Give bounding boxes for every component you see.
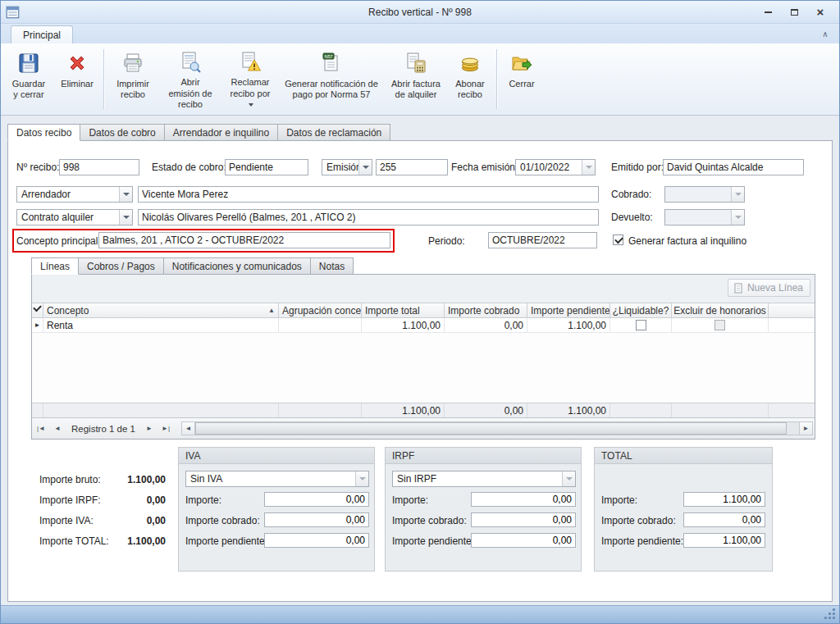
arrendador-selector[interactable]: Arrendador: [16, 186, 133, 203]
close-button[interactable]: ×: [810, 5, 831, 19]
tab-notas[interactable]: Notas: [311, 257, 354, 275]
total-importe-pendiente-input[interactable]: [683, 533, 765, 548]
resize-grip[interactable]: [833, 617, 835, 619]
print-receipt-button[interactable]: Imprimir recibo: [108, 46, 158, 112]
dropdown-arrow-icon: [562, 471, 575, 486]
delete-button[interactable]: Eliminar: [55, 46, 99, 112]
generar-factura-checkbox[interactable]: [613, 235, 623, 245]
claim-receipt-button[interactable]: Reclamar recibo por: [223, 46, 277, 112]
form-body: Datos recibo Datos de cobro Arrendador e…: [1, 116, 839, 605]
nav-first-button[interactable]: |◄: [34, 421, 48, 436]
emision-selector[interactable]: Emisión: [322, 159, 372, 175]
cell-filler: [769, 318, 815, 333]
irpf-importe-pendiente-input[interactable]: [471, 533, 576, 548]
ribbon-tab-principal[interactable]: Principal: [11, 25, 73, 43]
grid-row-renta[interactable]: ► Renta 1.100,00 0,00 1.100,00: [32, 318, 815, 333]
iva-selector[interactable]: Sin IVA: [185, 471, 369, 487]
grid-header-liquidable[interactable]: ¿Liquidable?: [610, 303, 672, 318]
dropdown-arrow-icon[interactable]: [358, 160, 372, 175]
exit-folder-icon: [510, 50, 533, 76]
record-count-text: Registro 1 de 1: [66, 424, 140, 434]
periodo-input[interactable]: [488, 232, 597, 248]
grid-header-importe-total[interactable]: Importe total: [362, 303, 445, 318]
iva-groupbox: IVA Sin IVA Importe: Importe cobrado: Im…: [178, 447, 375, 572]
irpf-importe-cobrado-input[interactable]: [471, 512, 576, 527]
credit-receipt-button[interactable]: Abonar recibo: [448, 46, 492, 112]
iva-importe-cobrado-input[interactable]: [264, 512, 369, 527]
footer-importe-cobrado: 0,00: [445, 403, 527, 417]
irpf-importe-label: Importe:: [392, 493, 428, 508]
open-rental-invoice-button[interactable]: Abrir factura de alquiler: [386, 46, 446, 112]
contrato-alquiler-selector[interactable]: Contrato alquiler: [16, 209, 133, 225]
scroll-right-icon[interactable]: ►: [799, 421, 813, 435]
liquidable-checkbox[interactable]: [636, 320, 646, 330]
sort-asc-icon: ▲: [268, 307, 275, 314]
iva-importe-pendiente-input[interactable]: [264, 533, 369, 548]
importe-iva-value: 0,00: [90, 513, 166, 528]
restore-button[interactable]: [783, 5, 805, 19]
grid-header-agrupacion[interactable]: Agrupación concepto: [279, 303, 362, 318]
emision-numero-input[interactable]: [376, 159, 448, 175]
claim-warning-icon: [239, 50, 262, 75]
arrendador-input[interactable]: [138, 186, 599, 203]
close-form-button[interactable]: Cerrar: [501, 46, 542, 112]
tab-datos-reclamacion[interactable]: Datos de reclamación: [278, 124, 390, 141]
grid-header-importe-pendiente[interactable]: Importe pendiente: [527, 303, 610, 318]
tab-datos-de-cobro[interactable]: Datos de cobro: [80, 124, 164, 141]
devuelto-label: Devuelto:: [611, 209, 653, 225]
tab-lineas[interactable]: Líneas: [31, 257, 79, 275]
dropdown-arrow-icon[interactable]: [119, 210, 132, 225]
emitido-por-label: Emitido por:: [611, 159, 664, 175]
generate-norma57-notification-button[interactable]: N57 Generar notificación de pago por Nor…: [279, 46, 384, 112]
cell-importe-pendiente: 1.100,00: [527, 318, 610, 333]
nueva-linea-button[interactable]: Nueva Línea: [728, 279, 810, 297]
dropdown-arrow-icon[interactable]: [119, 187, 132, 202]
fecha-emision-input[interactable]: 01/10/2022: [515, 159, 596, 175]
concepto-principal-label: Concepto principal:: [16, 233, 101, 249]
total-importe-cobrado-input[interactable]: [683, 512, 765, 527]
grid-horizontal-scrollbar[interactable]: ◄ ►: [181, 421, 813, 435]
toolbar-separator: [496, 49, 497, 109]
estado-cobro-label: Estado de cobro:: [152, 159, 226, 175]
iva-importe-pendiente-label: Importe pendiente:: [185, 534, 267, 549]
iva-importe-input[interactable]: [264, 492, 369, 507]
total-importe-label: Importe:: [601, 493, 637, 508]
tab-cobros-pagos[interactable]: Cobros / Pagos: [79, 257, 164, 275]
grid-header-excluir[interactable]: Excluir de honorarios: [672, 303, 769, 318]
svg-text:N57: N57: [324, 54, 332, 59]
importe-iva-label: Importe IVA:: [39, 513, 94, 528]
tab-arrendador-inquilino[interactable]: Arrendador e inquilino: [165, 124, 278, 141]
grid-header-concepto[interactable]: Concepto ▲: [43, 303, 279, 318]
importe-irpf-value: 0,00: [90, 493, 166, 508]
estado-cobro-input[interactable]: [225, 159, 308, 175]
calendar-dropdown-icon[interactable]: [582, 160, 595, 175]
scroll-left-icon[interactable]: ◄: [181, 421, 195, 435]
save-and-close-button[interactable]: Guardar y cerrar: [4, 46, 53, 112]
grid-header-importe-cobrado[interactable]: Importe cobrado: [445, 303, 527, 318]
total-importe-input[interactable]: [683, 492, 765, 507]
record-navigator: |◄ ◄ Registro 1 de 1 ► ►| ◄ ►: [32, 417, 815, 439]
scrollbar-thumb[interactable]: [195, 422, 787, 435]
emitido-por-input[interactable]: [663, 159, 804, 175]
collapse-ribbon-button[interactable]: ∧: [818, 27, 833, 40]
nav-prev-button[interactable]: ◄: [50, 421, 65, 436]
excluir-honorarios-checkbox[interactable]: [714, 320, 725, 330]
irpf-importe-input[interactable]: [471, 492, 576, 507]
open-receipt-issue-button[interactable]: Abrir emisión de recibo: [159, 46, 221, 112]
nav-last-button[interactable]: ►|: [158, 421, 173, 436]
nav-next-button[interactable]: ►: [142, 421, 157, 436]
grid-header-row: Concepto ▲ Agrupación concepto Importe t…: [32, 303, 815, 318]
contrato-alquiler-input[interactable]: [138, 209, 599, 225]
save-icon: [17, 50, 40, 76]
title-bar: Recibo vertical - Nº 998 ×: [1, 1, 839, 24]
minimize-button[interactable]: [757, 5, 778, 19]
tab-notificaciones[interactable]: Notificaciones y comunicados: [164, 257, 311, 275]
rental-invoice-icon: [404, 50, 427, 76]
num-recibo-input[interactable]: [59, 159, 139, 175]
cell-importe-cobrado: 0,00: [445, 318, 527, 333]
tab-datos-recibo[interactable]: Datos recibo: [7, 124, 80, 141]
cobrado-selector: [664, 186, 745, 203]
concepto-principal-input[interactable]: [98, 232, 390, 248]
irpf-selector[interactable]: Sin IRPF: [392, 471, 576, 487]
fecha-emision-label: Fecha emisión:: [451, 159, 518, 175]
